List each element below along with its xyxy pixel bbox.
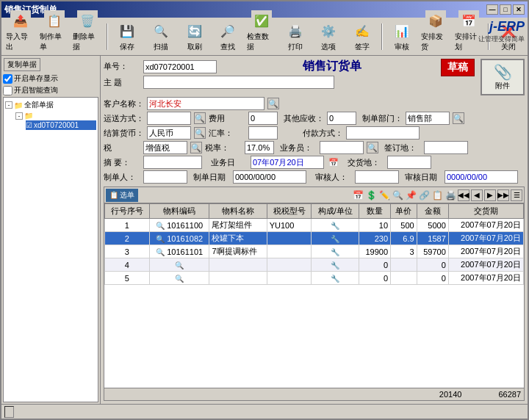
toolbar-make-order[interactable]: 📋 制作单单	[38, 9, 71, 54]
nav-prev[interactable]: ◀	[471, 189, 483, 201]
sign-input[interactable]	[424, 141, 468, 154]
toolbar-print[interactable]: 🖨️ 打印	[279, 19, 312, 54]
enable-query-checkbox[interactable]	[3, 86, 12, 95]
enable-cache-checkbox[interactable]	[3, 74, 12, 84]
delivery-input[interactable]	[387, 156, 431, 169]
grid-icon-2[interactable]: 💲	[365, 189, 377, 201]
creator-row: 制单人： 制单日期 审核人： 审核日期	[104, 170, 525, 184]
search-icon: 🔎	[217, 21, 238, 41]
nav-last[interactable]: ▶▶	[497, 189, 509, 201]
cell-date: 2007年07月20日	[448, 232, 523, 245]
form-number-row: 单号： 销售订货单	[104, 59, 429, 74]
save-icon: 💾	[117, 21, 137, 41]
grid-icon-1[interactable]: 📅	[352, 189, 364, 201]
tax-search-icon[interactable]: 🔍	[190, 142, 202, 153]
close-button[interactable]: ✕	[513, 4, 525, 15]
auditor-input[interactable]	[355, 170, 399, 184]
create-date-input[interactable]	[233, 170, 306, 184]
toolbar-check[interactable]: ✅ 检查数据	[245, 9, 278, 54]
toolbar-import-export[interactable]: 📤 导入导出	[4, 9, 37, 54]
toolbar-refresh[interactable]: 🔄 取刷	[179, 19, 211, 54]
dept-search-icon[interactable]: 🔍	[453, 112, 464, 124]
customer-search-icon[interactable]: 🔍	[267, 98, 279, 109]
employee-search-icon[interactable]: 🔍	[367, 142, 378, 153]
bizdate-input[interactable]	[251, 156, 324, 169]
toolbar-delete[interactable]: 🗑️ 删除单据	[71, 9, 104, 54]
maximize-button[interactable]: □	[500, 4, 511, 15]
grid-table-wrapper[interactable]: 行号序号 物料编码 物料名称 税税型号 构成/单位 数量 单价 金额 交货期	[104, 203, 524, 388]
delete-icon: 🗑️	[77, 10, 98, 31]
tree-root[interactable]: - 📁 全部单据	[5, 99, 96, 111]
tree-expand-icon[interactable]: -	[5, 101, 12, 109]
grid-icon-6[interactable]: 🔗	[418, 189, 430, 201]
calendar-icon[interactable]: 📅	[328, 158, 339, 167]
tree-order-item[interactable]: ☑ xd0T0720001	[26, 120, 96, 130]
tree-subfolder[interactable]: - 📁	[15, 111, 96, 120]
transport-input[interactable]	[147, 112, 191, 125]
grid-tab-icon: 📋	[109, 191, 118, 199]
ship-icon: 📦	[425, 10, 446, 31]
exchange-input[interactable]	[248, 126, 278, 140]
toolbar-search[interactable]: 🔎 查找	[212, 19, 244, 54]
transport-search-icon[interactable]: 🔍	[194, 112, 206, 124]
employee-input[interactable]	[320, 141, 364, 154]
toolbar-options-label: 选项	[321, 42, 336, 52]
tax-type-input[interactable]	[143, 141, 187, 154]
grid-icon-7[interactable]: 📋	[431, 189, 443, 201]
nav-first[interactable]: ◀◀	[458, 189, 469, 201]
nav-menu[interactable]: ☰	[511, 189, 522, 201]
grid-icon-5[interactable]: 📌	[405, 189, 417, 201]
nav-next[interactable]: ▶	[484, 189, 496, 201]
tree-subfolder-expand[interactable]: -	[15, 112, 23, 120]
minimize-button[interactable]: —	[486, 4, 498, 15]
order-tree[interactable]: - 📁 全部单据 - 📁 ☑ xd0T0720001	[3, 97, 98, 402]
form-title: 销售订货单	[234, 59, 429, 74]
table-row[interactable]: 2 🔍 10161082 校罐下本 🔧 230 6.9	[105, 232, 524, 245]
memo-input[interactable]	[143, 156, 202, 169]
cell-name: 校罐下本	[209, 232, 267, 245]
cell-qty: 10	[359, 219, 390, 232]
creator-input[interactable]	[143, 170, 187, 184]
cell-qty: 0	[359, 258, 390, 272]
form-subject-input[interactable]	[143, 76, 334, 89]
audit-date-input[interactable]	[445, 170, 518, 184]
toolbar-options[interactable]: ⚙️ 选项	[313, 19, 345, 54]
currency-search-icon[interactable]: 🔍	[194, 127, 206, 139]
toolbar-audit-label: 审核	[395, 42, 409, 52]
grid-tab[interactable]: 📋 选单	[106, 189, 138, 202]
copy-order-button[interactable]: 复制单据	[4, 58, 40, 71]
table-row[interactable]: 4 🔍 🔧 0 0	[105, 258, 524, 272]
cell-model	[267, 232, 312, 245]
tax-rate-input[interactable]	[245, 141, 274, 154]
col-qty: 数量	[359, 204, 390, 219]
toolbar-save[interactable]: 💾 保存	[111, 19, 143, 54]
cell-date: 2007年07月20日	[448, 272, 523, 285]
attachment-box[interactable]: 📎 附件	[481, 59, 525, 95]
payment-input[interactable]	[346, 126, 420, 140]
customer-input[interactable]	[147, 97, 264, 110]
table-row[interactable]: 3 🔍 10161101 7啊提调标件 🔧 19900 3	[105, 245, 524, 258]
form-number-input[interactable]	[143, 60, 217, 73]
table-row[interactable]: 5 🔍 🔧 0 0	[105, 272, 524, 285]
memo-label: 摘 要：	[104, 157, 140, 168]
grid-icon-3[interactable]: ✏️	[378, 189, 390, 201]
cell-name: 7啊提调标件	[209, 245, 267, 258]
tax-label: 税	[104, 142, 140, 153]
col-name: 物料名称	[209, 204, 267, 219]
currency-input[interactable]	[147, 126, 191, 140]
toolbar-ship[interactable]: 📦 安排发货	[420, 9, 452, 54]
toolbar-audit[interactable]: 📊 审核	[386, 19, 418, 54]
cell-name: 尾灯架组件	[209, 219, 267, 232]
grid-icon-4[interactable]: 🔍	[392, 189, 403, 201]
cell-model	[267, 258, 312, 272]
make-order-icon: 📋	[44, 10, 65, 31]
table-row[interactable]: 1 🔍 10161100 尾灯架组件 YU100 🔧 10	[105, 219, 524, 232]
receivable-input[interactable]	[327, 112, 356, 125]
cell-amount: 59700	[417, 245, 448, 258]
fee-input[interactable]	[248, 112, 278, 125]
toolbar-sign[interactable]: ✍️ 签字	[346, 19, 378, 54]
grid-icon-8[interactable]: 🖨️	[445, 189, 456, 201]
toolbar-scan[interactable]: 🔍 扫描	[145, 19, 177, 54]
col-model: 税税型号	[267, 204, 312, 219]
dept-input[interactable]	[406, 112, 450, 125]
